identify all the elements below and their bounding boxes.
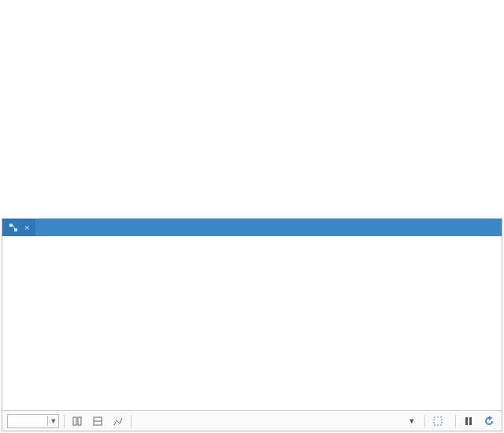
svg-rect-9 (469, 417, 472, 425)
coord-dropdown-icon[interactable]: ▾ (404, 413, 420, 429)
svg-rect-0 (9, 224, 13, 227)
svg-rect-4 (78, 417, 81, 425)
chevron-down-icon[interactable]: ▾ (47, 416, 58, 426)
scale-input[interactable] (8, 416, 47, 426)
selection-icon[interactable] (430, 413, 446, 429)
diagram-canvas[interactable] (2, 236, 502, 410)
scale-picker[interactable]: ▾ (7, 414, 59, 428)
diagram-icon (9, 223, 18, 232)
tab-diagram[interactable]: × (2, 219, 35, 236)
svg-rect-7 (434, 417, 442, 425)
svg-rect-8 (465, 417, 468, 425)
pause-icon[interactable] (461, 413, 476, 429)
map-tool-2-icon[interactable] (90, 413, 106, 429)
map-tool-1-icon[interactable] (69, 413, 85, 429)
svg-rect-3 (73, 417, 76, 425)
map-tool-3-icon[interactable] (110, 413, 126, 429)
refresh-icon[interactable] (481, 413, 497, 429)
close-icon[interactable]: × (24, 223, 29, 232)
